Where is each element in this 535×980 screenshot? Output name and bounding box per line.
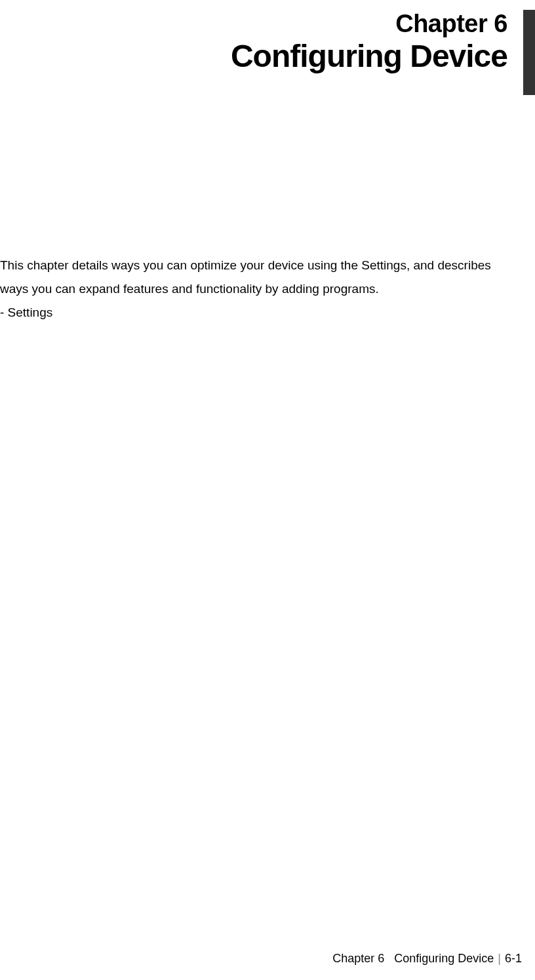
intro-paragraph: This chapter details ways you can optimi…	[0, 254, 507, 301]
footer-chapter-ref: Chapter 6	[332, 952, 384, 965]
page-footer: Chapter 6 Configuring Device|6-1	[332, 952, 522, 966]
chapter-title: Configuring Device	[231, 38, 507, 74]
side-tab-marker	[523, 10, 535, 95]
bullet-settings: - Settings	[0, 305, 52, 320]
chapter-number: Chapter 6	[395, 10, 507, 38]
footer-title-ref: Configuring Device	[394, 952, 494, 965]
footer-separator: |	[498, 952, 501, 965]
footer-page-number: 6-1	[505, 952, 522, 965]
